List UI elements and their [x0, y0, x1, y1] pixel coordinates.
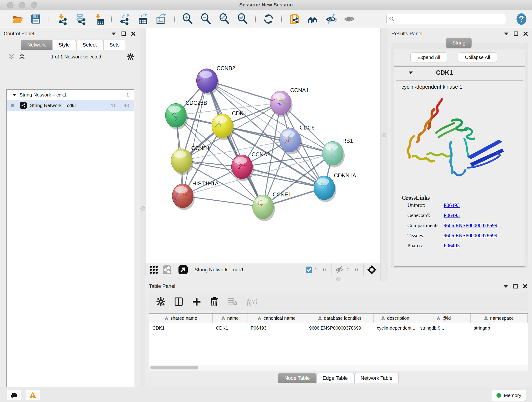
share-gray-icon[interactable]	[162, 265, 172, 274]
tab-style[interactable]: Style	[52, 40, 76, 50]
network-node-HIST1H1A[interactable]	[172, 184, 195, 210]
zoom-selected-button[interactable]	[236, 13, 248, 25]
crosslinks-title: CrossLinks	[402, 195, 523, 201]
import-network-file-button[interactable]	[56, 13, 68, 25]
column-header-shared-name[interactable]: shared name	[149, 313, 213, 323]
right-splitter[interactable]	[380, 28, 388, 281]
right-splitter-handle[interactable]	[382, 133, 386, 137]
panel-menu-icon[interactable]	[504, 32, 509, 35]
export-network-button[interactable]	[119, 13, 131, 25]
column-header-database-identifier[interactable]: database identifier	[306, 313, 374, 323]
zoom-in-button[interactable]	[181, 13, 193, 25]
float-icon[interactable]	[514, 32, 518, 36]
table-cell[interactable]: stringdb:9...	[417, 323, 470, 333]
table-cell[interactable]: stringdb	[471, 323, 528, 333]
column-header-description[interactable]: description	[374, 313, 417, 323]
network-collection-row[interactable]: String Network – cdk1 1	[7, 89, 134, 100]
crosshair-icon[interactable]	[367, 265, 377, 275]
network-row-selected[interactable]: String Network – cdk1 11 48	[7, 100, 134, 111]
panel-menu-icon[interactable]	[111, 32, 116, 35]
grid-view-icon[interactable]	[149, 265, 158, 274]
table-cell[interactable]: 9606.ENSP00000378699	[306, 323, 374, 333]
neighbors-button[interactable]	[307, 13, 319, 25]
crosslink-link[interactable]: P06493	[443, 212, 460, 218]
network-node-CCNE1[interactable]	[253, 195, 275, 221]
tab-node-table[interactable]: Node Table	[278, 373, 316, 383]
houses-icon	[307, 13, 319, 25]
export-image-button[interactable]	[155, 13, 167, 25]
import-table-button[interactable]	[93, 13, 104, 25]
network-node-CDKN1A[interactable]	[314, 176, 336, 202]
warnings-button[interactable]	[26, 390, 40, 400]
table-cell[interactable]: CDK1	[213, 323, 247, 333]
add-column-icon[interactable]	[192, 297, 201, 306]
save-session-button[interactable]	[30, 13, 42, 25]
table-cell[interactable]: cyclin-dependent ...	[374, 323, 417, 333]
tab-network[interactable]: Network	[21, 40, 52, 50]
memory-button[interactable]: Memory	[492, 390, 526, 401]
column-header-canonical-name[interactable]: canonical name	[247, 313, 306, 323]
show-all-button[interactable]	[344, 13, 355, 25]
tab-select[interactable]: Select	[76, 40, 103, 50]
crosslink-link[interactable]: P06493	[443, 243, 460, 249]
tab-sets[interactable]: Sets	[103, 40, 126, 50]
string-network-graph[interactable]: CCNB2CCNA1CDC25BCDK1CDC6RB1CCNB1CCNA2CDK…	[146, 28, 380, 263]
crosslink-link[interactable]: P06493	[443, 202, 460, 208]
cloud-status-button[interactable]	[7, 390, 21, 400]
gear-icon[interactable]	[127, 53, 134, 60]
crosslink-link[interactable]: 9606.ENSP00000378699	[443, 233, 497, 239]
column-header-namespace[interactable]: namespace	[471, 313, 528, 323]
search-field[interactable]	[386, 14, 506, 24]
table-row[interactable]: CDK1CDK1P064939606.ENSP00000378699cyclin…	[149, 323, 528, 333]
left-splitter-handle[interactable]	[140, 206, 145, 211]
hide-selected-button[interactable]	[325, 13, 337, 25]
close-icon[interactable]	[131, 32, 136, 36]
show-columns-icon[interactable]	[174, 297, 183, 306]
network-node-RB1[interactable]	[322, 141, 345, 167]
export-table-button[interactable]	[137, 13, 149, 25]
table-settings-gear-icon[interactable]	[157, 297, 165, 306]
hidden-eye-icon[interactable]	[335, 266, 344, 274]
selected-checkbox-icon[interactable]	[305, 266, 312, 273]
search-input[interactable]	[395, 16, 496, 22]
clone-network-button[interactable]	[289, 13, 301, 25]
table-cell[interactable]: CDK1	[149, 323, 213, 333]
expand-all-icon[interactable]	[19, 54, 25, 60]
left-splitter[interactable]	[140, 28, 145, 387]
network-node-CDC25B[interactable]	[165, 103, 188, 129]
import-network-database-button[interactable]	[74, 13, 86, 25]
node-table[interactable]: shared namenamecanonical namedatabase id…	[149, 313, 528, 371]
zoom-fit-button[interactable]	[218, 13, 230, 25]
horizontal-splitter-handle[interactable]	[336, 277, 341, 281]
float-icon[interactable]	[121, 32, 126, 36]
network-node-CCNA1[interactable]	[270, 91, 293, 117]
network-node-CCNB2[interactable]	[196, 69, 219, 95]
tab-edge-table[interactable]: Edge Table	[317, 373, 354, 383]
close-icon[interactable]	[523, 284, 527, 288]
column-header--id[interactable]: @id	[417, 313, 470, 323]
collapse-all-icon[interactable]	[8, 54, 15, 60]
crosslink-link[interactable]: 9606.ENSP00000378699	[443, 223, 497, 229]
help-button[interactable]: ?	[515, 13, 527, 25]
table-horizontal-scrollbar[interactable]	[149, 365, 528, 370]
tab-network-table[interactable]: Network Table	[355, 373, 399, 383]
zoom-out-button[interactable]	[200, 13, 212, 25]
collapse-all-button[interactable]: Collapse All	[458, 52, 497, 62]
apply-layout-button[interactable]	[263, 13, 274, 25]
float-icon[interactable]	[513, 284, 518, 288]
gene-section-header[interactable]: CDK1	[394, 67, 525, 79]
scrollbar-thumb[interactable]	[150, 366, 198, 370]
table-cell[interactable]: P06493	[247, 323, 306, 333]
section-collapse-icon[interactable]	[409, 71, 413, 74]
tab-string[interactable]: String	[446, 38, 472, 48]
close-icon[interactable]	[523, 32, 528, 36]
birdseye-icon[interactable]	[178, 265, 188, 274]
expand-all-button[interactable]: Expand All	[410, 52, 447, 62]
open-session-button[interactable]	[12, 13, 23, 25]
network-node-CDK1[interactable]	[212, 114, 234, 140]
column-header-name[interactable]: name	[213, 313, 247, 323]
network-canvas[interactable]: CCNB2CCNA1CDC25BCDK1CDC6RB1CCNB1CCNA2CDK…	[145, 28, 380, 263]
delete-column-icon[interactable]	[210, 297, 218, 306]
panel-menu-icon[interactable]	[503, 285, 508, 288]
tree-expand-icon[interactable]	[13, 94, 16, 96]
